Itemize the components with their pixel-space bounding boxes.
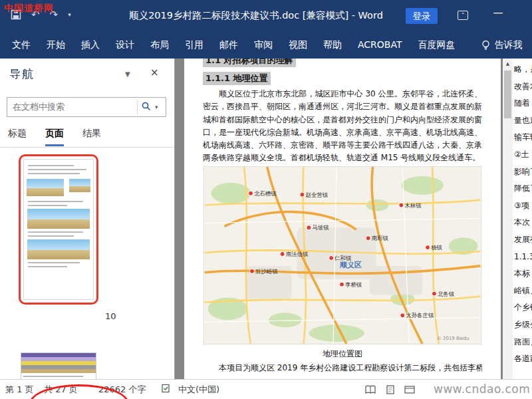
clipped-text-line: 峪镇、大 <box>513 283 532 300</box>
sign-in-button[interactable]: 登录 <box>406 8 438 24</box>
sub-heading: 1.1.1 地理位置 <box>203 72 271 85</box>
word-window: ↶ ↷ ▾ 顺义2019乡村路二标段技术建议书.doc [兼容模式] - Wor… <box>0 0 532 399</box>
section-heading: 1.1 对招标项目的理解 <box>203 59 296 67</box>
map-marker-icon <box>340 282 344 287</box>
clipped-text-line: 随着 <box>513 95 532 112</box>
navigation-pane: 导航 ▼ × 在文档中搜索 ▾ 标题页面结果 <box>0 59 175 379</box>
body-paragraph: 顺义区位于北京市东北部，城区距市中心 30 公里。东邻平谷，北连怀柔、密云，西接… <box>203 88 482 165</box>
clipped-text-line: ③项 <box>513 198 532 215</box>
location-map-figure[interactable]: 顺义区 北石槽镇赵全营镇木林镇马坡镇南彩镇杨镇南法信镇仁和镇后沙峪镇李桥镇北务镇… <box>203 166 481 344</box>
proofing-icon[interactable] <box>161 384 172 396</box>
map-region-label: 顺义区 <box>339 261 362 269</box>
map-marker-icon <box>307 225 311 230</box>
map-marker-icon <box>399 203 404 207</box>
navigation-tabs: 标题页面结果 <box>8 128 101 146</box>
ribbon-tab-设计[interactable]: 设计 <box>116 39 134 51</box>
document-area: 1.1 对招标项目的理解 1.1.1 地理位置 顺义区位于北京市东北部，城区距市… <box>175 59 532 379</box>
map-marker-label: 李桥镇 <box>345 281 362 288</box>
ribbon-tab-开始[interactable]: 开始 <box>47 39 65 51</box>
tell-me-box[interactable]: 告诉我 <box>481 39 523 51</box>
search-dropdown-icon[interactable]: ▾ <box>155 104 166 110</box>
map-marker-icon <box>300 192 305 197</box>
ribbon-tab-插入[interactable]: 插入 <box>81 39 100 51</box>
search-icon[interactable] <box>138 101 155 114</box>
view-switcher <box>364 385 415 394</box>
clipped-page-edge: 略，是不改善农村随着量也迅猛输车辆作②土影响了降低了通③项本次发展有着1.1.3… <box>513 59 532 379</box>
page-thumbnails: 10 <box>0 149 174 379</box>
title-bar: ↶ ↷ ▾ 顺义2019乡村路二标段技术建议书.doc [兼容模式] - Wor… <box>0 0 532 31</box>
read-mode-icon[interactable] <box>364 385 376 394</box>
ribbon-display-options-icon[interactable]: ⌃ <box>458 11 468 20</box>
clipped-text-line: ②土 <box>513 146 532 164</box>
ribbon-tab-百度网盘[interactable]: 百度网盘 <box>418 39 456 51</box>
thumbnail-photo <box>69 179 90 192</box>
word-count[interactable]: 22662 个字 <box>98 384 146 396</box>
print-layout-icon[interactable] <box>386 385 395 394</box>
minimize-button[interactable]: — <box>491 7 505 19</box>
lightbulb-icon <box>481 40 491 51</box>
map-marker-icon <box>280 252 285 257</box>
map-marker-label: 北石槽镇 <box>254 190 277 197</box>
map-marker-label: 木林镇 <box>404 202 422 209</box>
scroll-up-icon[interactable]: ▲ <box>503 59 513 69</box>
document-page[interactable]: 1.1 对招标项目的理解 1.1.1 地理位置 顺义区位于北京市东北部，城区距市… <box>184 59 501 379</box>
ribbon-tab-帮助[interactable]: 帮助 <box>323 39 342 51</box>
ribbon-tab-文件[interactable]: 文件 <box>12 39 31 51</box>
map-marker-label: 北务镇 <box>438 291 455 297</box>
map-copyright: © 2019 Baidu <box>437 336 469 341</box>
tell-me-label: 告诉我 <box>495 39 523 51</box>
clipped-text-line: 本次 <box>513 214 532 231</box>
clipped-text-line: 各道路将 <box>513 350 532 368</box>
nav-tab-标题[interactable]: 标题 <box>8 128 27 146</box>
page-indicator[interactable]: 第 1 页 <box>5 384 34 396</box>
body-paragraph-2: 本项目为顺义区 2019 年乡村公路建设工程勘察设计第二标段，共包括李桥镇、后沙… <box>203 362 482 374</box>
language-indicator[interactable]: 中文(中国) <box>178 384 219 396</box>
document-search-box[interactable]: 在文档中搜索 ▾ <box>7 97 166 117</box>
map-marker-label: 杨镇 <box>431 244 442 251</box>
vertical-scrollbar[interactable]: ▲ <box>503 59 513 379</box>
page-thumbnail-next[interactable] <box>21 352 96 379</box>
scrollbar-thumb[interactable] <box>504 70 511 118</box>
ribbon-tab-视图[interactable]: 视图 <box>289 39 307 51</box>
page-total[interactable]: 共 27 页 <box>44 384 78 396</box>
clipped-text-line: 路面、基 <box>513 334 532 351</box>
clipped-text-line: 影响了 <box>513 164 532 181</box>
nav-tab-结果[interactable]: 结果 <box>82 128 101 146</box>
clipped-text-line: 量也迅猛 <box>513 112 532 130</box>
map-marker-icon <box>329 255 334 260</box>
map-marker-label: 南彩镇 <box>372 235 389 241</box>
page-thumbnail-selected[interactable] <box>19 154 98 305</box>
thumbnail-photo <box>27 179 64 196</box>
clipped-text-line: 略，是不 <box>513 61 532 78</box>
nav-tab-页面[interactable]: 页面 <box>45 128 64 146</box>
ribbon-tab-布局[interactable]: 布局 <box>150 39 169 51</box>
site-watermark-top: 中国道桥网 <box>4 3 54 15</box>
map-marker-label: 大孙各庄镇 <box>406 312 434 319</box>
thumbnail-photo <box>27 239 90 259</box>
baidu-map: 顺义区 北石槽镇赵全营镇木林镇马坡镇南彩镇杨镇南法信镇仁和镇后沙峪镇李桥镇北务镇… <box>204 167 481 344</box>
clipped-text-line: 输车辆作 <box>513 129 532 146</box>
map-marker-icon <box>249 191 253 196</box>
ribbon-tabs: 文件开始插入设计布局引用邮件审阅视图帮助ACROBAT百度网盘 <box>12 39 456 51</box>
clipped-text-line: 乡级公路 <box>513 317 532 334</box>
ribbon-tab-邮件[interactable]: 邮件 <box>219 39 238 51</box>
search-placeholder: 在文档中搜索 <box>7 101 137 113</box>
navigation-close-icon[interactable]: × <box>150 66 159 78</box>
ribbon-tab-审阅[interactable]: 审阅 <box>254 39 273 51</box>
map-marker-icon <box>426 245 430 250</box>
site-watermark-bottom: www.cndao.com <box>434 382 530 396</box>
thumbnail-page-number: 10 <box>105 311 116 321</box>
clipped-text-line: 降低了通 <box>513 180 532 198</box>
map-marker-label: 马坡镇 <box>312 224 329 231</box>
navigation-options-icon[interactable]: ▼ <box>125 70 130 78</box>
web-layout-icon[interactable] <box>404 385 415 394</box>
clipped-text-line: 1.1.3 <box>513 249 532 266</box>
navigation-divider <box>0 147 174 148</box>
figure-caption: 地理位置图 <box>184 348 501 360</box>
map-marker-icon <box>400 313 405 318</box>
clipped-text-line: 本标 <box>513 265 532 283</box>
ribbon-tab-bar: 文件开始插入设计布局引用邮件审阅视图帮助ACROBAT百度网盘 告诉我 <box>0 31 532 59</box>
ribbon-tab-ACROBAT[interactable]: ACROBAT <box>358 39 402 51</box>
thumbnail-page-preview <box>23 159 94 300</box>
ribbon-tab-引用[interactable]: 引用 <box>185 39 203 51</box>
